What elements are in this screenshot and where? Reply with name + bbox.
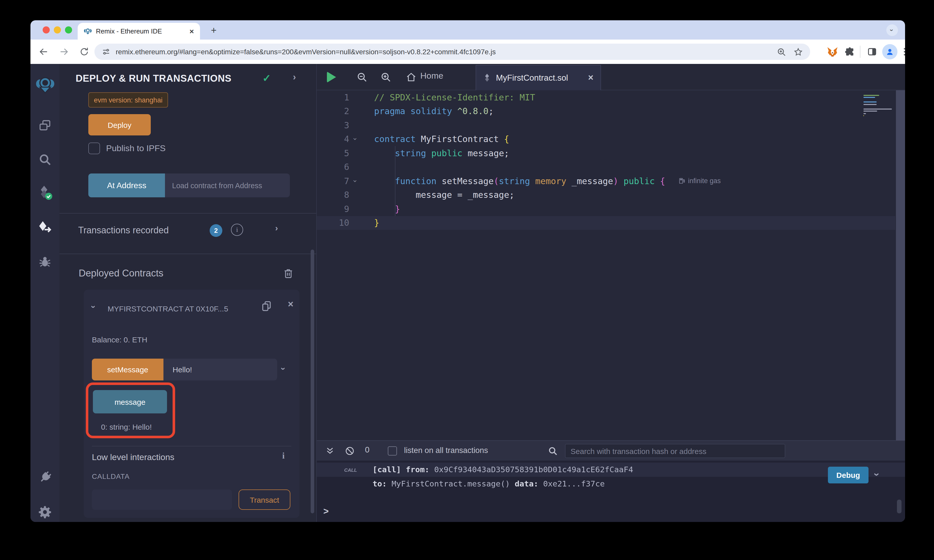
at-address-input[interactable]: Load contract from Address <box>165 174 290 197</box>
message-getter-button[interactable]: message <box>93 390 167 414</box>
collapse-terminal-icon[interactable] <box>325 446 334 455</box>
active-tab-close-icon[interactable]: × <box>588 72 593 83</box>
url-text[interactable]: remix.ethereum.org/#lang=en&optimize=fal… <box>116 48 496 56</box>
window-close-button[interactable] <box>43 26 50 34</box>
code-editor[interactable]: 1// SPDX-License-Identifier: MIT2pragma … <box>317 90 905 440</box>
low-level-info-icon[interactable]: i <box>282 451 285 461</box>
browser-window: Remix - Ethereum IDE × + › remix.ethereu… <box>31 20 905 522</box>
code-line[interactable]: 10} <box>317 216 895 230</box>
terminal-prompt[interactable]: > <box>323 506 329 517</box>
listen-all-checkbox[interactable] <box>388 446 397 455</box>
debugger-icon[interactable] <box>31 250 59 272</box>
divider <box>92 446 291 446</box>
panel-title: DEPLOY & RUN TRANSACTIONS <box>76 73 231 84</box>
metamask-icon[interactable] <box>826 46 838 58</box>
desktop: Remix - Ethereum IDE × + › remix.ethereu… <box>0 0 934 560</box>
code-line[interactable]: 8 message = _message; <box>317 188 895 202</box>
zoom-out-icon[interactable] <box>356 72 367 83</box>
active-tab-title: MyFirstContract.sol <box>496 73 588 83</box>
code-line[interactable]: 4›contract MyFirstContract { <box>317 132 895 146</box>
instance-collapse-chevron-icon[interactable]: › <box>88 305 99 308</box>
search-icon[interactable] <box>31 148 59 171</box>
set-message-input[interactable]: Hello! <box>163 358 277 380</box>
indent-guide <box>395 146 395 216</box>
code-line[interactable]: 7› function setMessage(string memory _me… <box>317 174 895 188</box>
remix-ide: DEPLOY & RUN TRANSACTIONS ✓ › evm versio… <box>31 64 905 522</box>
zoom-page-icon[interactable] <box>777 47 786 57</box>
settings-gear-icon[interactable] <box>31 501 59 522</box>
solidity-compiler-icon[interactable] <box>31 182 59 204</box>
divider <box>59 213 316 214</box>
calldata-label: CALLDATA <box>92 471 130 482</box>
tab-home[interactable]: Home <box>420 71 443 81</box>
message-output-value: 0: string: Hello! <box>101 420 152 433</box>
debug-button[interactable]: Debug <box>828 467 869 483</box>
solidity-file-icon <box>483 73 491 83</box>
transactions-expand-chevron-icon[interactable]: › <box>275 223 278 233</box>
transactions-info-icon[interactable]: i <box>231 224 243 236</box>
clear-console-icon[interactable] <box>345 446 355 456</box>
compile-success-check-icon: ✓ <box>262 72 271 84</box>
back-icon[interactable] <box>39 47 49 57</box>
publish-ipfs-checkbox[interactable] <box>88 143 100 154</box>
tab-myfirstcontract[interactable]: MyFirstContract.sol × <box>476 65 601 90</box>
minimap[interactable] <box>863 93 894 117</box>
editor-scrollbar[interactable] <box>896 90 905 440</box>
run-script-play-icon[interactable] <box>327 72 336 83</box>
file-explorer-icon[interactable] <box>31 114 59 137</box>
remix-logo-icon[interactable] <box>31 74 59 96</box>
set-message-expand-chevron-icon[interactable]: › <box>278 367 288 370</box>
deploy-button[interactable]: Deploy <box>88 114 151 135</box>
browser-toolbar: remix.ethereum.org/#lang=en&optimize=fal… <box>31 40 905 64</box>
copy-address-icon[interactable] <box>261 300 272 312</box>
bookmark-star-icon[interactable] <box>794 47 803 57</box>
home-icon[interactable] <box>405 72 417 83</box>
terminal-search-input[interactable] <box>565 444 785 458</box>
terminal-log-row[interactable]: CALL[call] from: 0x9Cf934043aD350758391b… <box>317 463 905 477</box>
code-line[interactable]: 2pragma solidity ^0.8.0; <box>317 104 895 118</box>
publish-ipfs-label: Publish to IPFS <box>106 143 165 154</box>
address-bar[interactable]: remix.ethereum.org/#lang=en&optimize=fal… <box>94 44 810 60</box>
plugin-manager-icon[interactable] <box>31 466 59 488</box>
terminal-log-row[interactable]: to: MyFirstContract.message() data: 0xe2… <box>317 477 905 491</box>
log-expand-chevron-icon[interactable]: › <box>871 473 883 476</box>
deployed-contracts-title: Deployed Contracts <box>79 266 163 281</box>
gas-estimate-hint: infinite gas <box>678 177 721 185</box>
code-line[interactable]: 5 string public message; <box>317 146 895 160</box>
code-line[interactable]: 3 <box>317 118 895 132</box>
code-line[interactable]: 9 } <box>317 202 895 216</box>
code-line[interactable]: 1// SPDX-License-Identifier: MIT <box>317 90 895 104</box>
at-address-button[interactable]: At Address <box>88 174 165 197</box>
instance-close-icon[interactable]: × <box>288 299 293 310</box>
calldata-input[interactable] <box>92 489 232 510</box>
tab-strip: Remix - Ethereum IDE × + › <box>31 20 905 40</box>
tab-search-button[interactable]: › <box>886 25 898 36</box>
window-minimize-button[interactable] <box>54 26 61 34</box>
extensions-icon[interactable] <box>845 47 855 57</box>
window-zoom-button[interactable] <box>65 26 72 34</box>
panel-expand-chevron-icon[interactable]: › <box>293 72 296 83</box>
menu-dots-icon[interactable] <box>900 47 905 57</box>
zoom-in-icon[interactable] <box>380 72 391 83</box>
editor-tabbar: Home MyFirstContract.sol × <box>317 64 905 90</box>
profile-avatar[interactable] <box>882 44 897 59</box>
tab-close-icon[interactable]: × <box>190 27 194 35</box>
side-panel-icon[interactable] <box>867 47 877 57</box>
code-line[interactable]: 6 <box>317 160 895 174</box>
site-info-icon[interactable] <box>102 47 111 56</box>
panel-scrollbar[interactable] <box>311 249 314 513</box>
set-message-button[interactable]: setMessage <box>92 358 163 380</box>
terminal-log: CALL[call] from: 0x9Cf934043aD350758391b… <box>317 463 905 491</box>
instance-title: MYFIRSTCONTRACT AT 0X10F...5 <box>108 302 257 315</box>
forward-icon[interactable] <box>59 47 69 57</box>
divider <box>59 254 316 254</box>
reload-icon[interactable] <box>79 47 89 57</box>
trash-icon[interactable] <box>283 268 294 279</box>
deploy-run-icon[interactable] <box>31 216 59 238</box>
terminal-scrollbar[interactable] <box>897 500 902 513</box>
browser-tab[interactable]: Remix - Ethereum IDE × <box>78 23 200 40</box>
remix-favicon-icon <box>84 27 92 35</box>
transact-button[interactable]: Transact <box>239 489 290 510</box>
new-tab-button[interactable]: + <box>207 24 220 37</box>
editor-column: Home MyFirstContract.sol × 1// SPDX-Lice… <box>316 64 905 522</box>
